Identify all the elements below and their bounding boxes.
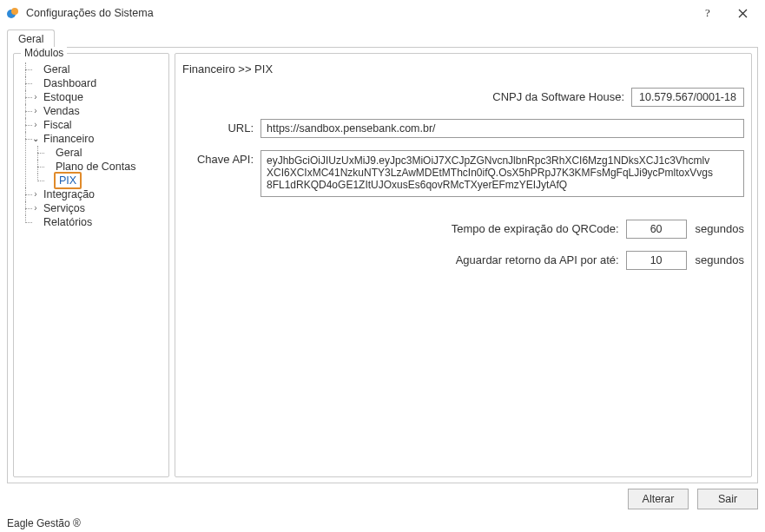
url-label: URL: xyxy=(182,119,260,135)
api-key-label: Chave API: xyxy=(182,150,260,166)
tree-item-servicos[interactable]: ›Serviços xyxy=(33,201,163,215)
blank-icon xyxy=(31,65,40,74)
tree-item-vendas[interactable]: ›Vendas xyxy=(33,104,163,118)
breadcrumb: Financeiro >> PIX xyxy=(181,62,746,84)
chevron-right-icon[interactable]: › xyxy=(31,107,40,115)
cnpj-field[interactable] xyxy=(631,88,744,107)
main-panel: Financeiro >> PIX CNPJ da Software House… xyxy=(175,53,752,477)
tree-item-relatorios[interactable]: Relatórios xyxy=(33,215,163,229)
qrcode-exp-suffix: segundos xyxy=(687,220,744,235)
api-key-field[interactable] xyxy=(260,150,744,197)
tree-item-integracao[interactable]: ›Integração xyxy=(33,187,163,201)
tabstrip: Geral xyxy=(7,28,758,47)
blank-icon xyxy=(43,148,52,157)
qrcode-exp-field[interactable] xyxy=(626,220,687,239)
url-field[interactable] xyxy=(260,119,744,138)
help-button[interactable]: ? xyxy=(690,1,725,25)
blank-icon xyxy=(31,79,40,88)
chevron-down-icon[interactable]: ⌄ xyxy=(31,135,40,143)
blank-icon xyxy=(43,162,52,171)
sair-button[interactable]: Sair xyxy=(697,489,758,509)
statusbar-text: Eagle Gestão ® xyxy=(7,517,81,529)
tree-item-fiscal[interactable]: ›Fiscal xyxy=(33,118,163,132)
chevron-right-icon[interactable]: › xyxy=(31,93,40,102)
sidebar-legend: Módulos xyxy=(21,47,67,59)
svg-text:?: ? xyxy=(705,7,710,19)
statusbar: Eagle Gestão ® xyxy=(0,515,765,532)
app-icon xyxy=(5,5,21,21)
blank-icon xyxy=(31,218,40,227)
sidebar-panel: Módulos Geral Dashboard ›Estoque ›Vendas… xyxy=(13,53,169,477)
qrcode-exp-label: Tempo de expiração do QRCode: xyxy=(452,220,626,235)
svg-point-1 xyxy=(11,8,18,15)
close-button[interactable] xyxy=(725,1,760,25)
tree-item-financeiro[interactable]: ⌄Financeiro xyxy=(33,132,163,146)
api-wait-label: Aguardar retorno da API por até: xyxy=(456,251,626,266)
chevron-right-icon[interactable]: › xyxy=(31,204,40,213)
titlebar: Configurações do Sistema ? xyxy=(0,0,765,26)
alterar-button[interactable]: Alterar xyxy=(628,489,689,509)
tree-item-estoque[interactable]: ›Estoque xyxy=(33,90,163,104)
api-wait-field[interactable] xyxy=(626,251,687,270)
window-title: Configurações do Sistema xyxy=(26,7,690,19)
chevron-right-icon[interactable]: › xyxy=(31,190,40,199)
tree-item-fin-pix[interactable]: PIX xyxy=(45,174,163,187)
api-wait-suffix: segundos xyxy=(687,251,744,266)
tree-item-dashboard[interactable]: Dashboard xyxy=(33,76,163,90)
blank-icon xyxy=(43,176,52,185)
module-tree[interactable]: Geral Dashboard ›Estoque ›Vendas ›Fiscal… xyxy=(19,62,163,229)
cnpj-label: CNPJ da Software House: xyxy=(492,88,631,103)
chevron-right-icon[interactable]: › xyxy=(31,121,40,129)
tree-item-fin-geral[interactable]: Geral xyxy=(45,146,163,160)
tab-geral[interactable]: Geral xyxy=(7,30,55,48)
tree-item-geral[interactable]: Geral xyxy=(33,62,163,76)
